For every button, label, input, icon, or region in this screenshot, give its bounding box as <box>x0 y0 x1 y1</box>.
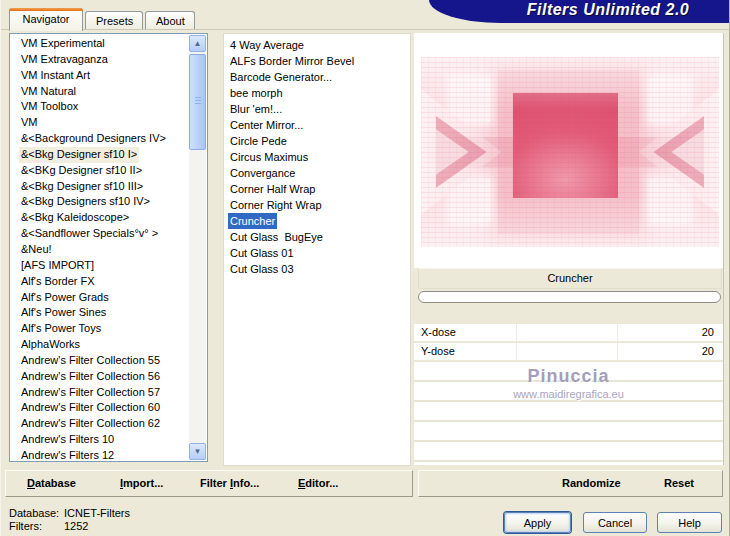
list-item[interactable]: VM Extravaganza <box>19 52 110 68</box>
list-item[interactable]: Andrew's Filter Collection 62 <box>19 416 162 432</box>
slider-value: 20 <box>702 325 714 340</box>
list-item[interactable]: Blur 'em!... <box>228 101 284 117</box>
tab-navigator[interactable]: Navigator <box>9 8 83 31</box>
tab-presets[interactable]: Presets <box>85 11 143 30</box>
list-item[interactable]: AlphaWorks <box>19 337 82 353</box>
progress-bar <box>418 291 721 303</box>
randomize-button[interactable]: Randomize <box>562 477 621 489</box>
app-title: Filters Unlimited 2.0 <box>499 1 717 19</box>
list-item[interactable]: &<Bkg Designer sf10 I> <box>19 147 139 163</box>
watermark-url: www.maidiregrafica.eu <box>414 388 723 400</box>
category-list[interactable]: VM ExperimentalVM ExtravaganzaVM Instant… <box>9 33 208 462</box>
list-item[interactable]: Barcode Generator... <box>228 69 334 85</box>
filter-list[interactable]: 4 Way AverageALFs Border Mirror BevelBar… <box>223 33 411 466</box>
filters-count-label: Filters: <box>9 520 42 532</box>
preview-panel <box>414 33 723 268</box>
list-item[interactable]: &<Bkg Kaleidoscope> <box>19 210 131 226</box>
category-rows: VM ExperimentalVM ExtravaganzaVM Instant… <box>10 36 189 462</box>
list-item[interactable]: Andrew's Filter Collection 57 <box>19 385 162 401</box>
list-item[interactable]: Circle Pede <box>228 133 289 149</box>
watermark-name: Pinuccia <box>414 366 723 387</box>
list-item[interactable]: Circus Maximus <box>228 149 310 165</box>
list-item[interactable]: VM Toolbox <box>19 99 80 115</box>
filters-unlimited-dialog: Filters Unlimited 2.0 Navigator Presets … <box>0 0 730 536</box>
list-item[interactable]: &<Background Designers IV> <box>19 131 168 147</box>
list-item[interactable]: Alf's Power Toys <box>19 321 103 337</box>
list-item[interactable]: Alf's Power Sines <box>19 305 108 321</box>
filter-rows: 4 Way AverageALFs Border Mirror BevelBar… <box>224 37 410 277</box>
list-item[interactable]: Cruncher <box>228 213 277 229</box>
watermark: Pinuccia www.maidiregrafica.eu <box>414 366 723 400</box>
list-item[interactable]: Corner Right Wrap <box>228 197 324 213</box>
list-item[interactable]: bee morph <box>228 85 285 101</box>
import-button[interactable]: Import... <box>120 477 163 489</box>
list-item[interactable]: &<Bkg Designers sf10 IV> <box>19 194 152 210</box>
database-label: Database: <box>9 507 59 519</box>
selected-filter-header: Cruncher <box>418 268 722 289</box>
preview-image[interactable] <box>421 57 719 247</box>
list-item[interactable]: Convergance <box>228 165 297 181</box>
panel-right-border <box>723 33 724 465</box>
editor-button[interactable]: Editor... <box>298 477 338 489</box>
slider-label: X-dose <box>421 325 456 340</box>
category-scrollbar[interactable]: ▲ ▼ <box>189 35 206 460</box>
list-item[interactable]: &<Bkg Designer sf10 III> <box>19 179 145 195</box>
scroll-down-icon[interactable]: ▼ <box>189 443 206 460</box>
list-item[interactable]: VM <box>19 115 40 131</box>
list-item[interactable]: Alf's Power Grads <box>19 290 111 306</box>
list-item[interactable]: &<Sandflower Specials°v° > <box>19 226 160 242</box>
reset-button[interactable]: Reset <box>664 477 694 489</box>
help-button[interactable]: Help <box>657 512 722 533</box>
slider-x-dose[interactable]: X-dose 20 <box>414 324 723 341</box>
list-item[interactable]: Andrew's Filters 10 <box>19 432 116 448</box>
list-item[interactable]: [AFS IMPORT] <box>19 258 96 274</box>
list-item[interactable]: VM Instant Art <box>19 68 92 84</box>
slider-ticks <box>414 324 723 341</box>
list-item[interactable]: Andrew's Filter Collection 56 <box>19 369 162 385</box>
toolbar-right: Randomize Reset <box>418 470 723 497</box>
apply-button[interactable]: Apply <box>504 512 571 533</box>
list-item[interactable]: Andrew's Filter Collection 60 <box>19 400 162 416</box>
tab-about[interactable]: About <box>145 11 195 30</box>
list-item[interactable]: Cut Glass 01 <box>228 245 296 261</box>
cancel-button[interactable]: Cancel <box>583 512 647 533</box>
tab-page-border <box>1 29 730 30</box>
list-item[interactable]: 4 Way Average <box>228 37 306 53</box>
list-item[interactable]: VM Experimental <box>19 36 107 52</box>
list-item[interactable]: VM Natural <box>19 84 78 100</box>
slider-value: 20 <box>702 344 714 359</box>
database-button[interactable]: Database <box>27 477 76 489</box>
list-item[interactable]: &Neu! <box>19 242 54 258</box>
list-item[interactable]: &<BKg Designer sf10 II> <box>19 163 144 179</box>
list-item[interactable]: Alf's Border FX <box>19 274 97 290</box>
list-item[interactable]: Corner Half Wrap <box>228 181 317 197</box>
scroll-up-icon[interactable]: ▲ <box>189 35 206 52</box>
scrollbar-thumb[interactable] <box>189 54 206 150</box>
slider-label: Y-dose <box>421 344 455 359</box>
database-value: ICNET-Filters <box>64 507 130 519</box>
filter-info-button[interactable]: Filter Info... <box>200 477 259 489</box>
list-item[interactable]: Andrew's Filters 12 <box>19 448 116 462</box>
toolbar-left: Database Import... Filter Info... Editor… <box>5 470 413 497</box>
list-item[interactable]: Andrew's Filter Collection 55 <box>19 353 162 369</box>
title-banner: Filters Unlimited 2.0 <box>429 0 730 23</box>
list-item[interactable]: Center Mirror... <box>228 117 305 133</box>
filters-count-value: 1252 <box>64 520 88 532</box>
slider-ticks <box>414 343 723 360</box>
list-item[interactable]: Cut Glass 03 <box>228 261 296 277</box>
list-item[interactable]: ALFs Border Mirror Bevel <box>228 53 356 69</box>
list-item[interactable]: Cut Glass BugEye <box>228 229 325 245</box>
slider-y-dose[interactable]: Y-dose 20 <box>414 343 723 360</box>
